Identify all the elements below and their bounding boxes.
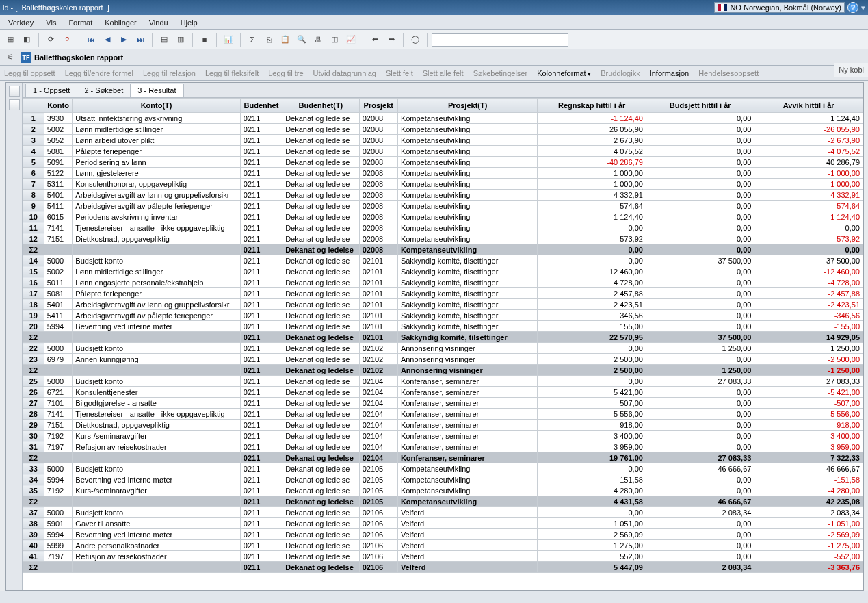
grid-scroll[interactable]: Konto Konto(T) Budenhet Budenhet(T) Pros… — [23, 98, 863, 590]
toolbar-paste-icon[interactable]: 📋 — [278, 32, 293, 47]
table-row[interactable]: 307192Kurs-/seminaravgifter0211Dekanat o… — [23, 431, 863, 441]
table-row[interactable]: 65122Lønn, gjestelærere0211Dekanat og le… — [23, 168, 863, 179]
tab-sokebet[interactable]: 2 - Søkebet — [77, 84, 131, 97]
table-row[interactable]: Σ20211Dekanat og ledelse02101Sakkyndig k… — [23, 332, 863, 343]
col-prosjektt[interactable]: Prosjekt(T) — [397, 99, 538, 113]
table-row[interactable]: 117141Tjenestereiser - ansatte - ikke op… — [23, 222, 863, 233]
table-row[interactable]: 145000Budsjett konto0211Dekanat og ledel… — [23, 255, 863, 266]
ribbon-legg-relasjon[interactable]: Legg til relasjon — [142, 69, 197, 77]
table-row[interactable]: 277101Bilgodtgjørelse - ansatte0211Dekan… — [23, 398, 863, 409]
table-row[interactable]: Σ20211Dekanat og ledelse02104Konferanser… — [23, 452, 863, 463]
toolbar-pivot-icon[interactable]: ◫ — [327, 32, 342, 47]
table-row[interactable]: 255000Budsjett konto0211Dekanat og ledel… — [23, 376, 863, 387]
ribbon-kolonneformat[interactable]: Kolonneformat — [536, 69, 592, 77]
toolbar-arrow-left-icon[interactable]: ⬅ — [367, 32, 382, 47]
col-budenhet[interactable]: Budenhet — [240, 99, 282, 113]
menu-verktoy[interactable]: Verktøy — [3, 17, 39, 28]
tab-resultat[interactable]: 3 - Resultat — [130, 84, 183, 97]
table-row[interactable]: 236979Annen kunngjøring0211Dekanat og le… — [23, 354, 863, 365]
toolbar-sum-icon[interactable]: Σ — [245, 32, 260, 47]
toolbar-grid-icon[interactable]: ▤ — [157, 32, 172, 47]
gutter-btn-1[interactable] — [9, 86, 20, 97]
toolbar-grid2-icon[interactable]: ▥ — [173, 32, 188, 47]
ribbon-legg-fleksifelt[interactable]: Legg til fleksifelt — [204, 69, 260, 77]
table-row[interactable]: 385901Gaver til ansatte0211Dekanat og le… — [23, 518, 863, 529]
table-row[interactable]: 297151Diettkostnad, oppgavepliktig0211De… — [23, 420, 863, 431]
toolbar-btn-2[interactable]: ◧ — [19, 32, 34, 47]
ribbon-legg-oppsett[interactable]: Legg til oppsett — [3, 69, 57, 77]
menu-vindu[interactable]: Vindu — [144, 17, 174, 28]
table-row[interactable]: 75311Konsulenthonorar, oppgavepliktig021… — [23, 179, 863, 190]
table-row[interactable]: 195411Arbeidsgiveravgift av påløpte feri… — [23, 310, 863, 321]
table-row[interactable]: 13930Utsatt inntektsføring avskrivning02… — [23, 113, 863, 124]
ribbon-slett-alle[interactable]: Slett alle felt — [421, 69, 465, 77]
nav-prev-icon[interactable]: ◀ — [100, 32, 115, 47]
gutter-btn-2[interactable] — [9, 99, 20, 110]
col-avvik[interactable]: Avvik hittil i år — [754, 99, 863, 113]
table-row[interactable]: 225000Budsjett konto0211Dekanat og ledel… — [23, 343, 863, 354]
toolbar-stop-icon[interactable]: ■ — [197, 32, 212, 47]
table-row[interactable]: 205994Bevertning ved interne møter0211De… — [23, 321, 863, 332]
table-row[interactable]: 405999Andre personalkostnader0211Dekanat… — [23, 540, 863, 551]
toolbar-analytics-icon[interactable]: 📈 — [343, 32, 358, 47]
toolbar-btn-1[interactable]: ▦ — [3, 32, 18, 47]
table-row[interactable]: 85401Arbeidsgiveravgift av lønn og grupp… — [23, 190, 863, 201]
ribbon-informasjon[interactable]: Informasjon — [648, 69, 690, 77]
table-row[interactable]: 345994Bevertning ved interne møter0211De… — [23, 474, 863, 485]
col-budsjett[interactable]: Budsjett hittil i år — [646, 99, 754, 113]
ribbon-utvid[interactable]: Utvid datagrunnlag — [312, 69, 378, 77]
nav-first-icon[interactable]: ⏮ — [83, 32, 98, 47]
docbar-filter-icon[interactable]: ⚟ — [3, 50, 18, 65]
right-panel-button[interactable]: Ny kobl — [834, 63, 868, 77]
tab-oppsett[interactable]: 1 - Oppsett — [25, 84, 77, 97]
table-row[interactable]: 185401Arbeidsgiveravgift av lønn og grup… — [23, 299, 863, 310]
table-row[interactable]: Σ20211Dekanat og ledelse02102Annonsering… — [23, 365, 863, 376]
menu-vis[interactable]: Vis — [40, 17, 62, 28]
table-row[interactable]: 165011Lønn engasjerte personale/ekstrahj… — [23, 277, 863, 288]
table-row[interactable]: 127151Diettkostnad, oppgavepliktig0211De… — [23, 233, 863, 244]
menu-koblinger[interactable]: Koblinger — [99, 17, 142, 28]
table-row[interactable]: 25002Lønn midlertidige stillinger0211Dek… — [23, 124, 863, 135]
table-row[interactable]: 375000Budsjett konto0211Dekanat og ledel… — [23, 507, 863, 518]
table-row[interactable]: 95411Arbeidsgiveravgift av påløpte ferie… — [23, 201, 863, 211]
table-row[interactable]: Σ20211Dekanat og ledelse02106Velferd5 44… — [23, 562, 863, 573]
toolbar-arrow-right-icon[interactable]: ➡ — [384, 32, 399, 47]
menu-format[interactable]: Format — [63, 17, 98, 28]
toolbar-preview-icon[interactable]: 🔍 — [294, 32, 309, 47]
language-selector[interactable]: NO Norwegian, Bokmål (Norway) — [714, 2, 845, 13]
menu-hjelp[interactable]: Hjelp — [175, 17, 203, 28]
table-row[interactable]: 106015Periodens avskrivning inventar0211… — [23, 211, 863, 222]
table-row[interactable]: 45081Påløpte feriepenger0211Dekanat og l… — [23, 146, 863, 157]
ribbon-endre-formel[interactable]: Legg til/endre formel — [64, 69, 135, 77]
table-row[interactable]: 175081Påløpte feriepenger0211Dekanat og … — [23, 288, 863, 299]
table-row[interactable]: 335000Budsjett konto0211Dekanat og ledel… — [23, 463, 863, 474]
ribbon-bruddlogikk[interactable]: Bruddlogikk — [599, 69, 641, 77]
col-rownum[interactable] — [23, 99, 44, 113]
toolbar-combo[interactable] — [432, 33, 568, 47]
toolbar-chart-icon[interactable]: 📊 — [221, 32, 236, 47]
col-prosjekt[interactable]: Prosjekt — [359, 99, 397, 113]
col-konto[interactable]: Konto — [44, 99, 73, 113]
table-row[interactable]: 317197Refusjon av reisekostnader0211Deka… — [23, 441, 863, 452]
table-row[interactable]: 35052Lønn arbeid utover plikt0211Dekanat… — [23, 135, 863, 146]
table-row[interactable]: 155002Lønn midlertidige stillinger0211De… — [23, 266, 863, 277]
table-row[interactable]: 266721Konsulenttjenester0211Dekanat og l… — [23, 387, 863, 398]
dropdown-icon[interactable]: ▾ — [861, 3, 865, 12]
ribbon-slett-felt[interactable]: Slett felt — [384, 69, 415, 77]
toolbar-help[interactable]: ? — [60, 32, 75, 47]
col-budenhett[interactable]: Budenhet(T) — [282, 99, 359, 113]
toolbar-copy-icon[interactable]: ⎘ — [261, 32, 276, 47]
help-icon[interactable]: ? — [847, 2, 858, 13]
table-row[interactable]: Σ20211Dekanat og ledelse02105Kompetanseu… — [23, 496, 863, 507]
col-regnskap[interactable]: Regnskap hittil i år — [538, 99, 646, 113]
ribbon-sokebetingelser[interactable]: Søkebetingelser — [472, 69, 529, 77]
nav-last-icon[interactable]: ⏭ — [133, 32, 148, 47]
table-row[interactable]: 55091Periodisering av lønn0211Dekanat og… — [23, 157, 863, 168]
ribbon-hendelse[interactable]: Hendelsesoppsett — [697, 69, 760, 77]
col-kontot[interactable]: Konto(T) — [73, 99, 240, 113]
table-row[interactable]: 287141Tjenestereiser - ansatte - ikke op… — [23, 409, 863, 420]
table-row[interactable]: 395994Bevertning ved interne møter0211De… — [23, 529, 863, 540]
table-row[interactable]: Σ20211Dekanat og ledelse02008Kompetanseu… — [23, 244, 863, 255]
toolbar-print-icon[interactable]: 🖶 — [311, 32, 326, 47]
toolbar-refresh[interactable]: ⟳ — [43, 32, 58, 47]
